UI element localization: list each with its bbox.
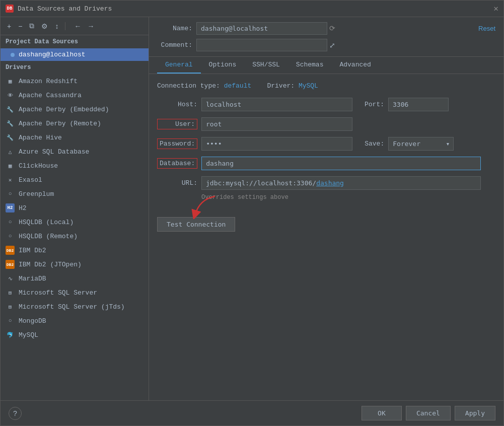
driver-label: Apache Derby (Remote) (19, 120, 101, 127)
drivers-section-header: Drivers (1, 61, 149, 74)
sidebar: + − ⧉ ⚙ ↕ ← → Project Data Sources dasha… (1, 17, 149, 400)
nav-back-button[interactable]: ← (71, 21, 84, 32)
driver-label: Apache Hive (19, 134, 62, 141)
arrow-annotation (190, 194, 220, 219)
mysql-icon: 🐬 (6, 330, 15, 339)
copy-button[interactable]: ⧉ (27, 20, 37, 32)
driver-item[interactable]: 👁 Apache Cassandra (1, 88, 149, 102)
title-bar: DB Data Sources and Drivers ✕ (1, 1, 503, 17)
url-hint: Overrides settings above (201, 194, 495, 201)
driver-item[interactable]: ○ HSQLDB (Local) (1, 215, 149, 229)
reset-button[interactable]: Reset (478, 25, 495, 32)
project-item-dot (11, 53, 15, 57)
driver-label: Microsoft SQL Server (19, 289, 97, 297)
driver-label: H2 (19, 204, 27, 212)
url-display[interactable]: jdbc:mysql://localhost:3306/dashang (201, 176, 481, 190)
project-source-item[interactable]: dashang@localhost (1, 48, 149, 61)
add-button[interactable]: + (5, 21, 14, 32)
driver-item[interactable]: 🔧 Apache Derby (Embedded) (1, 102, 149, 116)
host-label: Host: (157, 101, 197, 108)
azure-sql-icon: △ (6, 147, 15, 156)
host-row: Host: Port: (157, 98, 495, 111)
password-label: Password: (157, 138, 197, 149)
tab-ssh-ssl[interactable]: SSH/SSL (244, 57, 288, 74)
password-input[interactable] (201, 137, 352, 151)
driver-label: MySQL (19, 331, 38, 339)
sidebar-toolbar: + − ⧉ ⚙ ↕ ← → (1, 17, 149, 35)
cancel-button[interactable]: Cancel (406, 406, 451, 420)
toolbar-nav: ← → (71, 21, 97, 32)
h2-icon: H2 (6, 203, 15, 212)
save-select[interactable]: Forever Until restart Never (388, 137, 454, 151)
amazon-redshift-icon: ▦ (6, 77, 15, 86)
driver-item[interactable]: 🔧 Apache Derby (Remote) (1, 116, 149, 130)
footer-right: OK Cancel Apply (362, 406, 495, 420)
driver-item[interactable]: ○ MongoDB (1, 314, 149, 328)
project-item-label: dashang@localhost (19, 51, 86, 58)
driver-item[interactable]: ▦ Amazon Redshift (1, 74, 149, 88)
header-fields: Name: ⟳ Reset Comment: ⤢ (157, 22, 495, 51)
remove-button[interactable]: − (16, 21, 25, 32)
driver-value[interactable]: MySQL (299, 82, 318, 90)
settings-button[interactable]: ⚙ (39, 21, 50, 32)
driver-item[interactable]: 🐬 MySQL (1, 328, 149, 342)
driver-label: Exasol (19, 176, 42, 184)
driver-item[interactable]: ▦ ClickHouse (1, 159, 149, 173)
driver-item[interactable]: ○ Greenplum (1, 187, 149, 201)
comment-input[interactable] (196, 39, 327, 51)
tabs: General Options SSH/SSL Schemas Advanced (149, 57, 503, 74)
url-label: URL: (157, 179, 197, 187)
driver-item[interactable]: △ Azure SQL Database (1, 145, 149, 159)
tab-general[interactable]: General (157, 57, 201, 74)
driver-item[interactable]: DB2 IBM Db2 (JTOpen) (1, 257, 149, 271)
hsqldb-local-icon: ○ (6, 218, 15, 227)
connection-type-value[interactable]: default (224, 82, 252, 90)
driver-label: ClickHouse (19, 162, 58, 170)
driver-item[interactable]: ∿ MariaDB (1, 271, 149, 286)
main-content: + − ⧉ ⚙ ↕ ← → Project Data Sources dasha… (1, 17, 503, 400)
database-input[interactable] (201, 157, 481, 170)
url-link: dashang (316, 179, 344, 187)
driver-label: IBM Db2 (19, 247, 46, 254)
port-input[interactable] (388, 98, 449, 111)
expand-comment-button[interactable]: ⤢ (329, 41, 335, 49)
driver-label: Microsoft SQL Server (jTds) (19, 303, 125, 311)
driver-item[interactable]: DB2 IBM Db2 (1, 243, 149, 257)
name-input[interactable] (196, 22, 327, 35)
ok-button[interactable]: OK (362, 406, 402, 420)
apply-button[interactable]: Apply (455, 406, 495, 420)
close-button[interactable]: ✕ (493, 4, 498, 14)
host-input[interactable] (201, 98, 352, 111)
move-button[interactable]: ↕ (52, 21, 61, 32)
url-prefix: jdbc:mysql://localhost:3306/ (206, 179, 316, 187)
driver-label-text: Driver: (267, 82, 295, 90)
toolbar-separator (65, 22, 65, 30)
mongodb-icon: ○ (6, 316, 15, 325)
driver-item[interactable]: ○ HSQLDB (Remote) (1, 229, 149, 243)
driver-item[interactable]: ⊞ Microsoft SQL Server (1, 286, 149, 300)
footer-left: ? (9, 407, 22, 420)
mariadb-icon: ∿ (6, 274, 15, 283)
driver-item[interactable]: ⊞ Microsoft SQL Server (jTds) (1, 300, 149, 314)
driver-item[interactable]: 🔧 Apache Hive (1, 130, 149, 145)
driver-item[interactable]: H2 H2 (1, 201, 149, 215)
driver-label: Greenplum (19, 190, 54, 198)
tab-advanced[interactable]: Advanced (331, 57, 379, 74)
nav-forward-button[interactable]: → (85, 21, 97, 32)
driver-label: Apache Cassandra (19, 92, 82, 99)
driver-label: MariaDB (19, 275, 46, 282)
driver-label: HSQLDB (Remote) (19, 233, 78, 240)
database-label: Database: (157, 158, 197, 169)
driver-label: HSQLDB (Local) (19, 219, 74, 226)
project-section-header: Project Data Sources (1, 35, 149, 48)
drivers-section: Drivers ▦ Amazon Redshift 👁 Apache Cassa… (1, 61, 149, 400)
test-connection-button[interactable]: Test Connection (157, 217, 235, 232)
driver-label: MongoDB (19, 317, 46, 325)
help-button[interactable]: ? (9, 407, 22, 420)
name-label: Name: (157, 25, 192, 32)
user-input[interactable] (201, 117, 352, 131)
mssql-icon: ⊞ (6, 288, 15, 297)
tab-options[interactable]: Options (201, 57, 245, 74)
tab-schemas[interactable]: Schemas (288, 57, 332, 74)
driver-item[interactable]: ✕ Exasol (1, 173, 149, 187)
